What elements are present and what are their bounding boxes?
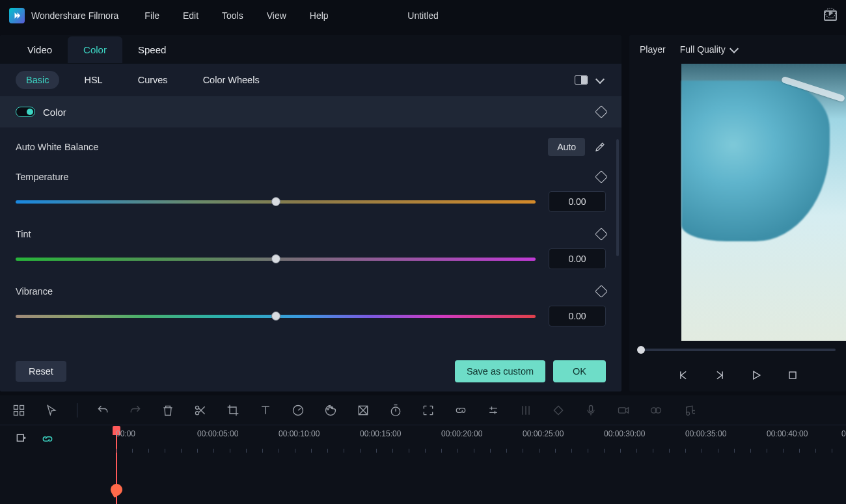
menu-edit[interactable]: Edit — [183, 10, 198, 21]
next-frame-button[interactable] — [713, 368, 727, 382]
tab-color[interactable]: Color — [68, 36, 122, 63]
temperature-slider-thumb[interactable] — [271, 197, 280, 206]
timeline-tracks[interactable] — [0, 453, 846, 504]
timecode-label: 00:00:20:00 — [441, 429, 482, 438]
crop-button[interactable] — [226, 403, 240, 418]
vibrance-slider[interactable] — [16, 315, 536, 318]
svg-point-8 — [327, 408, 329, 410]
player-quality-value: Full Quality — [680, 44, 726, 55]
preview-content — [681, 81, 830, 241]
vibrance-slider-thumb[interactable] — [271, 312, 280, 321]
color-enable-toggle[interactable] — [16, 107, 35, 117]
split-button[interactable] — [193, 403, 208, 418]
menu-help[interactable]: Help — [310, 10, 329, 21]
subtab-color-wheels[interactable]: Color Wheels — [193, 71, 270, 89]
subtab-hsl[interactable]: HSL — [74, 71, 113, 89]
timecode-label: 00:00:25:00 — [523, 429, 564, 438]
auto-ripple-button[interactable] — [40, 432, 55, 446]
tint-slider[interactable] — [16, 258, 536, 261]
panel-options-chevron-icon[interactable] — [597, 75, 606, 85]
tl-layout-icon[interactable] — [12, 403, 26, 418]
text-button[interactable] — [258, 403, 273, 418]
music-button — [681, 403, 696, 418]
tint-keyframe-icon[interactable] — [595, 228, 608, 241]
redo-button[interactable] — [128, 403, 143, 418]
expand-button[interactable] — [421, 403, 435, 418]
undo-button[interactable] — [96, 403, 110, 418]
timecode-label: 00:00:10:00 — [279, 429, 320, 438]
scrollbar[interactable] — [616, 139, 619, 256]
voiceover-button — [584, 403, 598, 418]
keyframe-icon[interactable] — [595, 105, 608, 118]
reset-button[interactable]: Reset — [16, 361, 66, 382]
adjust-button[interactable] — [486, 403, 500, 418]
timeline-panel: 00:00 00:00:05:00 00:00:10:00 00:00:15:0… — [0, 395, 846, 504]
color-button[interactable] — [323, 403, 338, 418]
prev-frame-button[interactable] — [676, 368, 690, 382]
menu-tools[interactable]: Tools — [222, 10, 243, 21]
vibrance-label: Vibrance — [16, 286, 53, 297]
temperature-keyframe-icon[interactable] — [595, 170, 608, 183]
temperature-value[interactable]: 0.00 — [549, 191, 606, 212]
record-button — [616, 403, 631, 418]
temperature-slider[interactable] — [16, 200, 536, 204]
timer-button[interactable] — [389, 403, 403, 418]
save-as-custom-button[interactable]: Save as custom — [455, 360, 545, 382]
svg-point-5 — [196, 406, 199, 409]
inspector-panel: Video Color Speed Basic HSL Curves Color… — [0, 35, 621, 391]
delete-button[interactable] — [161, 403, 175, 418]
timecode-label: 00:00:15:00 — [360, 429, 401, 438]
svg-rect-1 — [14, 405, 18, 409]
audio-mixer-button — [519, 403, 533, 418]
ok-button[interactable]: OK — [553, 360, 606, 382]
timecode-label: 00:00 — [116, 429, 135, 438]
stop-button[interactable] — [785, 368, 800, 382]
svg-rect-3 — [14, 411, 18, 415]
svg-rect-14 — [619, 407, 626, 412]
svg-rect-2 — [20, 405, 24, 409]
temperature-label: Temperature — [16, 172, 68, 182]
eyedropper-icon[interactable] — [594, 141, 606, 153]
video-preview — [681, 64, 846, 341]
audio-sync-button — [649, 403, 663, 418]
timeline-ruler[interactable]: 00:00 00:00:05:00 00:00:10:00 00:00:15:0… — [83, 425, 846, 453]
subtab-basic[interactable]: Basic — [16, 71, 59, 89]
tab-speed[interactable]: Speed — [122, 36, 182, 63]
clip-marker[interactable] — [109, 482, 125, 498]
svg-point-9 — [329, 406, 330, 407]
green-screen-button[interactable] — [356, 403, 370, 418]
tint-slider-thumb[interactable] — [271, 254, 280, 263]
app-name: Wondershare Filmora — [31, 10, 118, 21]
player-scrubber-thumb[interactable] — [637, 346, 645, 354]
tab-video[interactable]: Video — [12, 36, 68, 63]
project-title: Untitled — [407, 10, 438, 21]
tint-label: Tint — [16, 229, 31, 239]
vibrance-keyframe-icon[interactable] — [595, 285, 608, 298]
timecode-label: 00:00:05:00 — [197, 429, 238, 438]
svg-rect-4 — [20, 411, 24, 415]
player-label: Player — [640, 44, 666, 55]
section-title-color: Color — [43, 107, 66, 118]
speed-button[interactable] — [291, 403, 305, 418]
add-marker-button[interactable] — [14, 432, 29, 446]
svg-point-6 — [196, 411, 199, 414]
tl-cursor-icon[interactable] — [44, 403, 59, 418]
compare-view-icon[interactable] — [575, 75, 588, 85]
timecode-label: 00:00:30:00 — [604, 429, 645, 438]
auto-white-balance-button[interactable]: Auto — [548, 138, 585, 156]
tint-value[interactable]: 0.00 — [549, 248, 606, 269]
menu-view[interactable]: View — [267, 10, 286, 21]
svg-rect-13 — [590, 405, 593, 411]
timecode-label: 00:00:40:00 — [767, 429, 808, 438]
player-scrubber[interactable] — [640, 349, 836, 351]
timecode-label: 00:00:35:00 — [685, 429, 726, 438]
chevron-down-icon — [731, 45, 740, 54]
menu-file[interactable]: File — [144, 10, 159, 21]
player-quality-select[interactable]: Full Quality — [675, 40, 745, 59]
subtab-curves[interactable]: Curves — [128, 71, 178, 89]
vibrance-value[interactable]: 0.00 — [549, 306, 606, 326]
play-button[interactable] — [749, 368, 763, 382]
link-button[interactable] — [454, 403, 468, 418]
app-logo-icon — [9, 8, 25, 23]
timecode-label: 00:00 — [841, 429, 846, 438]
